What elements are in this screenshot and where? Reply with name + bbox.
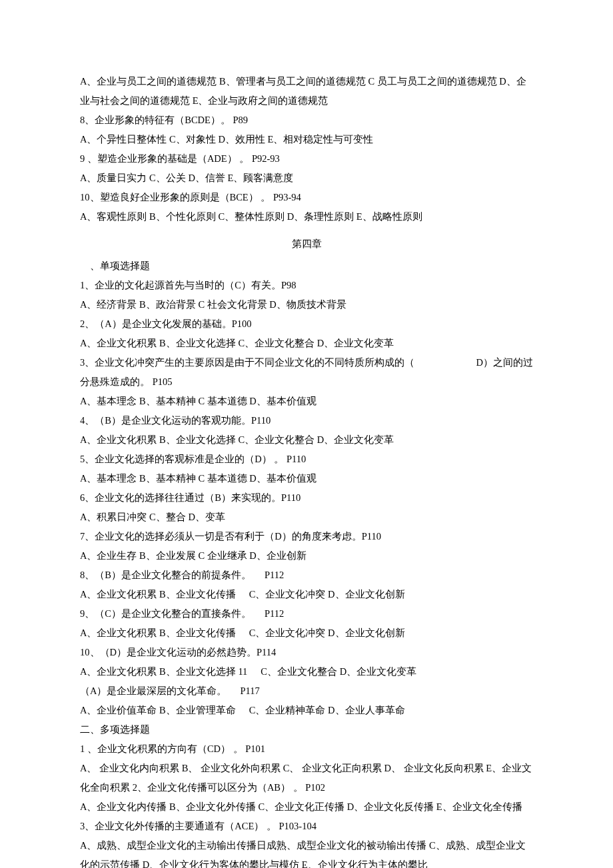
text-line: 10、塑造良好企业形象的原则是（BCE） 。 P93-94 [80,188,533,207]
text-line: 9 、塑造企业形象的基础是（ADE） 。 P92-93 [80,149,533,169]
text-line: A、 企业文化内向积累 B、 企业文化外向积累 C、 企业文化正向积累 D、 企… [80,759,533,797]
text-line: A、基本理念 B、基本精神 C 基本道德 D、基本价值观 [80,469,533,488]
text-line: 7、企业文化的选择必须从一切是否有利于（D）的角度来考虑。P110 [80,527,533,546]
text-line-left: A、企业价值革命 B、企业管理革命 [80,701,249,720]
section-heading: 、单项选择题 [80,256,533,276]
text-line-left: 3、企业文化冲突产生的主要原因是由于不同企业文化的不同特质所构成的（ [80,353,476,372]
document-page: A、企业与员工之间的道德规范 B、管理者与员工之间的道德规范 C 员工与员工之间… [0,0,613,868]
text-line: 1 、企业文化积累的方向有（CD） 。 P101 [80,739,533,759]
text-line-left: 8、（B）是企业文化整合的前提条件。 [80,566,265,585]
text-line: A、积累日冲突 C、整合 D、变革 [80,508,533,527]
text-line-right: C、企业文化冲突 D、企业文化创新 [249,585,405,604]
text-line: 5、企业文化选择的客观标准是企业的（D） 。 P110 [80,450,533,469]
text-row: A、企业文化积累 B、企业文化选择 11 C、企业文化整合 D、企业文化变革 [80,662,533,681]
text-line: 4、（B）是企业文化运动的客观功能。P110 [80,411,533,430]
text-line: A、个异性日整体性 C、对象性 D、效用性 E、相对稳定性与可变性 [80,130,533,149]
text-line: A、企业与员工之间的道德规范 B、管理者与员工之间的道德规范 C 员工与员工之间… [80,72,533,111]
text-line: 分悬殊造成的。 P105 [80,372,533,392]
text-line: A、企业文化积累 B、企业文化选择 C、企业文化整合 D、企业文化变革 [80,334,533,353]
text-line: A、客观性原则 B、个性化原则 C、整体性原则 D、条理性原则 E、战略性原则 [80,207,533,226]
text-line: 1、企业的文化起源首先与当时的（C）有关。P98 [80,276,533,295]
text-line: A、企业文化积累 B、企业文化选择 C、企业文化整合 D、企业文化变革 [80,430,533,450]
text-line-left: A、企业文化积累 B、企业文化传播 [80,624,249,643]
text-line-left: （A）是企业最深层的文化革命。 [80,681,240,701]
text-line-right: D）之间的过 [476,353,533,372]
text-line: A、企业文化内传播 B、企业文化外传播 C、企业文化正传播 D、企业文化反传播 … [80,797,533,836]
text-line: A、质量日实力 C、公关 D、信誉 E、顾客满意度 [80,169,533,188]
text-line: 8、企业形象的特征有（BCDE）。 P89 [80,111,533,130]
text-line-right: C、企业文化整合 D、企业文化变革 [261,662,416,681]
text-row: A、企业文化积累 B、企业文化传播 C、企业文化冲突 D、企业文化创新 [80,585,533,604]
text-line: A、成熟、成型企业文化的主动输出传播日成熟、成型企业文化的被动输出传播 C、成熟… [80,836,533,868]
text-line-right: C、企业文化冲突 D、企业文化创新 [249,624,405,643]
text-row: （A）是企业最深层的文化革命。 P117 [80,681,533,701]
text-line-left: A、企业文化积累 B、企业文化选择 11 [80,662,261,681]
text-line-left: A、企业文化积累 B、企业文化传播 [80,585,249,604]
text-row: A、企业文化积累 B、企业文化传播 C、企业文化冲突 D、企业文化创新 [80,624,533,643]
text-line: 2、（A）是企业文化发展的基础。P100 [80,314,533,334]
text-line-right: P112 [265,604,284,624]
text-row: 3、企业文化冲突产生的主要原因是由于不同企业文化的不同特质所构成的（ D）之间的… [80,353,533,372]
text-row: 9、（C）是企业文化整合的直接条件。 P112 [80,604,533,624]
text-line: A、基本理念 B、基本精神 C 基本道德 D、基本价值观 [80,392,533,411]
section-heading: 二、多项选择题 [80,720,533,739]
text-line: A、经济背景 B、政治背景 C 社会文化背景 D、物质技术背景 [80,295,533,314]
chapter-title: 第四章 [80,234,533,254]
text-line: A、企业生存 B、企业发展 C 企业继承 D、企业创新 [80,546,533,566]
text-line-left: 9、（C）是企业文化整合的直接条件。 [80,604,265,624]
text-line-right: P112 [265,566,284,585]
text-line-right: P117 [240,681,259,701]
text-line: 6、企业文化的选择往往通过（B）来实现的。P110 [80,488,533,508]
text-line-right: C、企业精神革命 D、企业人事革命 [249,701,405,720]
text-line: 10、（D）是企业文化运动的必然趋势。P114 [80,643,533,662]
text-row: 8、（B）是企业文化整合的前提条件。 P112 [80,566,533,585]
text-row: A、企业价值革命 B、企业管理革命 C、企业精神革命 D、企业人事革命 [80,701,533,720]
